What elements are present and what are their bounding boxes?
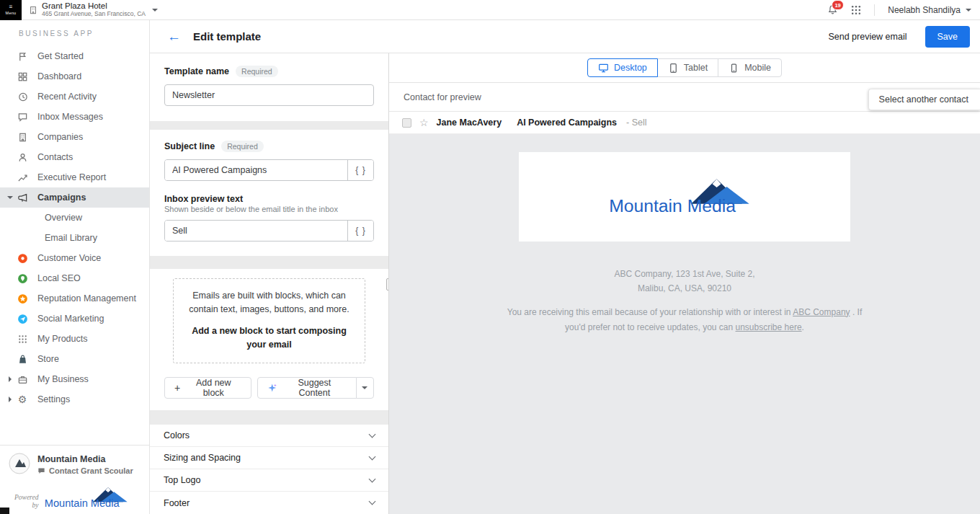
device-toggle-bar: Desktop Tablet Mobile — [389, 53, 980, 83]
device-mobile-button[interactable]: Mobile — [718, 58, 782, 77]
company-link[interactable]: ABC Company — [793, 307, 850, 317]
sidebar-item-my-business[interactable]: My Business — [0, 369, 149, 389]
merge-field-icon[interactable]: { } — [347, 221, 373, 241]
blocks-hint-line1: Emails are built with blocks, which can … — [187, 289, 352, 317]
sidebar-item-my-products[interactable]: My Products — [0, 329, 149, 349]
chart-icon — [16, 172, 29, 183]
expanded-caret-icon — [7, 196, 13, 199]
sidebar-item-customer-voice[interactable]: Customer Voice — [0, 248, 149, 268]
powered-by: Powered by Mountain Media — [9, 486, 141, 510]
device-tablet-button[interactable]: Tablet — [657, 58, 718, 77]
sidebar-item-campaigns[interactable]: Campaigns — [0, 187, 149, 208]
reputation-icon — [16, 293, 29, 304]
contact-link[interactable]: Contact Grant Scoular — [37, 466, 133, 475]
account-address: 465 Grant Avenue, San Francisco, CA — [42, 11, 146, 18]
section-colors[interactable]: Colors — [150, 425, 388, 447]
monitor-icon — [598, 63, 609, 74]
email-brand-logo: Mountain Media — [607, 177, 762, 217]
back-button[interactable]: ← — [167, 30, 181, 43]
send-preview-email-button[interactable]: Send preview email — [828, 32, 906, 42]
dashboard-icon — [16, 71, 29, 82]
gear-icon: ⚙ — [16, 394, 29, 404]
sidebar-item-reputation-management[interactable]: Reputation Management — [0, 288, 149, 309]
disclaimer-text: You are receiving this email because of … — [507, 307, 791, 317]
unsubscribe-link[interactable]: unsubscribe here — [736, 322, 802, 332]
phone-icon — [729, 63, 739, 74]
add-new-block-button[interactable]: + Add new block — [164, 377, 251, 399]
subject-line-input[interactable] — [165, 160, 347, 180]
apps-grid-icon — [851, 5, 861, 15]
sidebar-item-inbox-messages[interactable]: Inbox Messages — [0, 107, 149, 127]
sidebar-item-executive-report[interactable]: Executive Report — [0, 167, 149, 187]
chevron-down-icon — [369, 430, 376, 438]
email-preview-panel: Desktop Tablet Mobile Contact for previe… — [389, 53, 980, 514]
sidebar-nav: Get Started Dashboard Recent Activity In… — [0, 46, 149, 445]
corner-artifact — [0, 508, 9, 514]
section-top-logo[interactable]: Top Logo — [150, 469, 388, 492]
email-subject: AI Powered Campaigns — [517, 118, 617, 128]
sidebar-item-recent-activity[interactable]: Recent Activity — [0, 87, 149, 107]
briefcase-icon — [16, 374, 29, 385]
account-caret-icon[interactable] — [152, 9, 158, 12]
sidebar-footer: Mountain Media Contact Grant Scoular Pow… — [0, 445, 149, 514]
sidebar-item-overview[interactable]: Overview — [0, 208, 149, 228]
user-caret-icon — [966, 9, 971, 12]
preview-contact-row[interactable]: ☆ Jane MacAvery AI Powered Campaigns - S… — [389, 112, 980, 134]
select-another-contact-button[interactable]: Select another contact — [868, 89, 980, 110]
sidebar-item-local-seo[interactable]: Local SEO — [0, 268, 149, 288]
business-name: Mountain Media — [37, 454, 133, 464]
style-sections-card: Colors Sizing and Spacing Top Logo Foote… — [150, 425, 388, 514]
panel-resize-handle[interactable] — [386, 278, 389, 291]
notification-badge: 19 — [832, 0, 844, 10]
chevron-down-icon — [369, 453, 376, 460]
contact-name: Jane MacAvery — [437, 118, 502, 128]
section-sizing-and-spacing[interactable]: Sizing and Spacing — [150, 447, 388, 469]
sidebar-item-companies[interactable]: Companies — [0, 127, 149, 147]
sparkle-icon — [267, 383, 277, 393]
plus-icon: + — [174, 383, 180, 393]
user-menu[interactable]: Neelabh Shandilya — [888, 5, 971, 15]
contact-for-preview-bar: Contact for preview Select another conta… — [389, 83, 980, 112]
template-name-card: Template name Required — [150, 53, 388, 121]
contact-for-preview-label: Contact for preview — [404, 92, 481, 102]
email-logo-card: Mountain Media — [519, 152, 850, 242]
page-title: Edit template — [193, 30, 261, 43]
section-footer[interactable]: Footer — [150, 492, 388, 514]
star-icon[interactable]: ☆ — [419, 118, 429, 128]
suggest-content-dropdown[interactable] — [356, 377, 374, 399]
sidebar-item-settings[interactable]: ⚙ Settings — [0, 389, 149, 409]
sidebar-item-store[interactable]: Store — [0, 349, 149, 369]
template-form-panel: Template name Required Subject line Requ… — [150, 53, 389, 514]
suggest-content-button[interactable]: Suggest Content — [257, 377, 357, 399]
device-desktop-button[interactable]: Desktop — [587, 58, 658, 77]
email-disclaimer: You are receiving this email because of … — [504, 305, 865, 335]
template-name-label: Template name — [164, 66, 229, 76]
sidebar-item-dashboard[interactable]: Dashboard — [0, 66, 149, 87]
sidebar-item-get-started[interactable]: Get Started — [0, 46, 149, 66]
building-icon — [16, 132, 29, 143]
sidebar-item-email-library[interactable]: Email Library — [0, 228, 149, 248]
person-icon — [16, 152, 29, 163]
apps-grid-button[interactable] — [851, 5, 861, 15]
account-switcher[interactable]: Grant Plaza Hotel 465 Grant Avenue, San … — [42, 1, 146, 18]
sidebar-item-social-marketing[interactable]: Social Marketing — [0, 309, 149, 329]
sidebar-item-contacts[interactable]: Contacts — [0, 147, 149, 167]
template-name-input[interactable] — [164, 84, 374, 106]
menu-button[interactable]: ≡ Menu — [0, 0, 22, 20]
collapsed-caret-icon — [9, 396, 12, 402]
save-button[interactable]: Save — [925, 26, 971, 48]
account-building-icon — [29, 6, 37, 14]
brand-logo: Mountain Media — [43, 486, 135, 510]
blocks-hint-box: Emails are built with blocks, which can … — [173, 278, 365, 363]
hamburger-icon: ≡ — [9, 4, 13, 10]
inbox-preview-input[interactable] — [165, 221, 347, 241]
contact-checkbox[interactable] — [402, 118, 411, 128]
chat-icon — [16, 112, 29, 123]
blocks-card: Emails are built with blocks, which can … — [150, 269, 388, 410]
merge-field-icon[interactable]: { } — [347, 160, 373, 180]
subject-line-label: Subject line — [164, 141, 215, 151]
local-seo-icon — [16, 273, 29, 284]
flag-icon — [16, 51, 29, 62]
powered-word-1: Powered — [14, 494, 38, 502]
notifications-button[interactable]: 19 — [827, 4, 838, 15]
